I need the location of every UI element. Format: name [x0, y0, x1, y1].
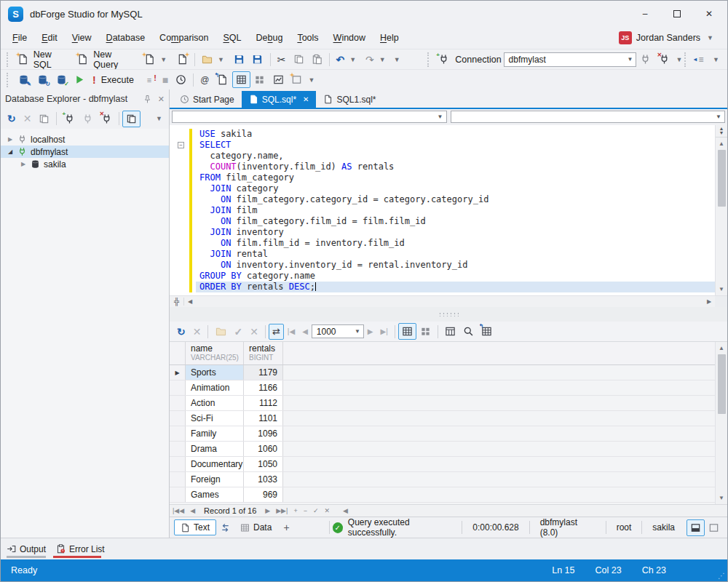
- post-edit-icon[interactable]: ✓: [310, 507, 322, 514]
- menu-debug[interactable]: Debug: [249, 29, 290, 47]
- tab-sql1-sql[interactable]: SQL1.sql*: [316, 91, 383, 108]
- grid-row[interactable]: ▶Sports1179: [170, 365, 715, 380]
- grid-row[interactable]: Action1112: [170, 396, 715, 411]
- grid-row[interactable]: Drama1060: [170, 442, 715, 457]
- query-profiler-button[interactable]: @: [197, 72, 213, 88]
- menu-database[interactable]: Database: [99, 29, 153, 47]
- execute-script-button[interactable]: ! Execute: [89, 72, 140, 88]
- query-visualizer-button[interactable]: [269, 71, 288, 88]
- page-size-select[interactable]: 1000 ▼: [312, 324, 364, 338]
- editor-splitter-icon[interactable]: ▲▼: [716, 125, 727, 137]
- toolbar-overflow-icon[interactable]: ▼: [392, 56, 403, 63]
- grid-horizontal-scrollbar[interactable]: [351, 505, 727, 517]
- cut-button[interactable]: ✂: [274, 52, 290, 68]
- tab-text[interactable]: Text: [174, 519, 216, 535]
- editor-horizontal-scrollbar[interactable]: ╬ ◀ ▶: [170, 295, 727, 307]
- last-record-icon[interactable]: ▶▶|: [273, 507, 290, 514]
- layout-button[interactable]: [250, 71, 269, 89]
- close-tab-icon[interactable]: ✕: [303, 95, 309, 103]
- scroll-up-icon[interactable]: ▲: [719, 342, 724, 354]
- toolbar-overflow-icon[interactable]: ▼: [711, 56, 721, 63]
- toolbar-grip[interactable]: [7, 73, 11, 87]
- duplicate-object-button[interactable]: [35, 111, 53, 127]
- dock-results-bottom-button[interactable]: [687, 519, 705, 536]
- scrollbar-track[interactable]: [196, 296, 703, 307]
- copy-button[interactable]: [290, 51, 308, 68]
- tree-node-dbfmylast[interactable]: ◢ dbfmylast: [1, 146, 169, 158]
- dock-results-right-button[interactable]: [705, 519, 723, 536]
- execute-button[interactable]: [71, 71, 89, 88]
- minimize-button[interactable]: –: [640, 9, 650, 20]
- format-document-button[interactable]: ≡◂: [692, 51, 711, 68]
- undo-button[interactable]: ↶▼: [332, 52, 362, 68]
- scroll-down-icon[interactable]: ▼: [719, 492, 724, 504]
- add-result-tab-button[interactable]: +: [277, 519, 295, 535]
- edit-database-button[interactable]: ✎: [14, 71, 33, 89]
- close-icon[interactable]: ✕: [158, 94, 165, 104]
- object-member-select[interactable]: ▼: [451, 111, 726, 123]
- tab-sql-sql[interactable]: SQL.sql* ✕: [242, 91, 317, 108]
- stop-results-button[interactable]: ✕: [189, 324, 205, 340]
- scrollbar-thumb[interactable]: [718, 150, 726, 207]
- refresh-button[interactable]: ↻: [4, 111, 20, 127]
- connect-button[interactable]: [636, 51, 654, 68]
- disconnect-button[interactable]: ✕: [654, 51, 673, 68]
- save-button[interactable]: [230, 51, 248, 68]
- expand-arrow-icon[interactable]: ▶: [20, 161, 27, 167]
- toolbar-overflow-icon[interactable]: ▼: [154, 115, 165, 122]
- append-record-icon[interactable]: +: [290, 507, 300, 514]
- object-type-select[interactable]: ▼: [172, 111, 447, 123]
- menu-help[interactable]: Help: [373, 29, 406, 47]
- editor-vertical-scrollbar[interactable]: ▲▼ ▲ ▼: [715, 125, 727, 295]
- execute-statement-button[interactable]: ≡!: [140, 71, 159, 89]
- show-documents-button[interactable]: [122, 111, 141, 127]
- results-grid-toggle-button[interactable]: [232, 71, 250, 88]
- menu-file[interactable]: File: [5, 29, 34, 47]
- new-object-button[interactable]: [173, 51, 191, 68]
- new-window-button[interactable]: [288, 71, 306, 89]
- menu-sql[interactable]: SQL: [216, 29, 249, 47]
- commit-button[interactable]: ✓: [230, 324, 246, 340]
- cancel-edit-icon[interactable]: ✕: [321, 507, 333, 514]
- stop-execution-button[interactable]: ■: [159, 72, 172, 88]
- refresh-results-button[interactable]: ↻: [173, 324, 189, 340]
- menu-tools[interactable]: Tools: [290, 29, 325, 47]
- fold-collapse-icon[interactable]: −: [178, 142, 184, 148]
- scroll-left-icon[interactable]: ◀: [184, 298, 196, 305]
- export-data-button[interactable]: [211, 323, 230, 340]
- first-page-icon[interactable]: |◀: [284, 327, 298, 337]
- toolbar-overflow-icon[interactable]: ▼: [306, 76, 317, 84]
- scrollbar-thumb[interactable]: [718, 354, 726, 414]
- toolbar-grip[interactable]: [427, 52, 432, 67]
- previous-record-icon[interactable]: ◀: [187, 507, 198, 514]
- grid-row[interactable]: Documentary1050: [170, 457, 715, 472]
- find-in-grid-button[interactable]: [459, 323, 478, 340]
- toolbar-overflow-icon[interactable]: ▼: [673, 56, 684, 63]
- maximize-button[interactable]: [672, 9, 682, 20]
- paging-mode-button[interactable]: ⇄: [269, 324, 284, 340]
- column-header-name[interactable]: name VARCHAR(25): [186, 342, 244, 364]
- paste-button[interactable]: [308, 51, 326, 68]
- tab-output[interactable]: Output: [7, 544, 46, 554]
- export-grid-button[interactable]: ↰: [478, 323, 496, 340]
- refresh-database-button[interactable]: ↻: [33, 71, 52, 89]
- column-chooser-button[interactable]: [441, 323, 459, 340]
- connection-select[interactable]: dbfmylast ▼: [504, 52, 637, 67]
- tab-data[interactable]: Data: [234, 520, 277, 535]
- redo-button[interactable]: ↷▼: [362, 52, 392, 68]
- stop-refresh-button[interactable]: ✕: [20, 111, 36, 127]
- grid-vertical-scrollbar[interactable]: ▲ ▼: [715, 342, 727, 504]
- execution-history-button[interactable]: [172, 71, 190, 88]
- splitter-handle[interactable]: [438, 312, 459, 316]
- menu-comparison[interactable]: Comparison: [152, 29, 215, 47]
- new-document-button[interactable]: ▼: [140, 51, 173, 68]
- last-page-icon[interactable]: ▶|: [377, 327, 392, 337]
- open-file-button[interactable]: ▼: [198, 51, 230, 68]
- import-data-button[interactable]: ↰: [213, 71, 232, 89]
- tree-node-localhost[interactable]: ▶ localhost: [1, 133, 169, 146]
- grid-row[interactable]: Foreign1033: [170, 472, 715, 487]
- scroll-up-icon[interactable]: ▲: [719, 137, 724, 150]
- next-record-icon[interactable]: ▶: [262, 507, 273, 514]
- grid-view-button[interactable]: [398, 323, 416, 340]
- first-record-icon[interactable]: |◀◀: [170, 507, 187, 514]
